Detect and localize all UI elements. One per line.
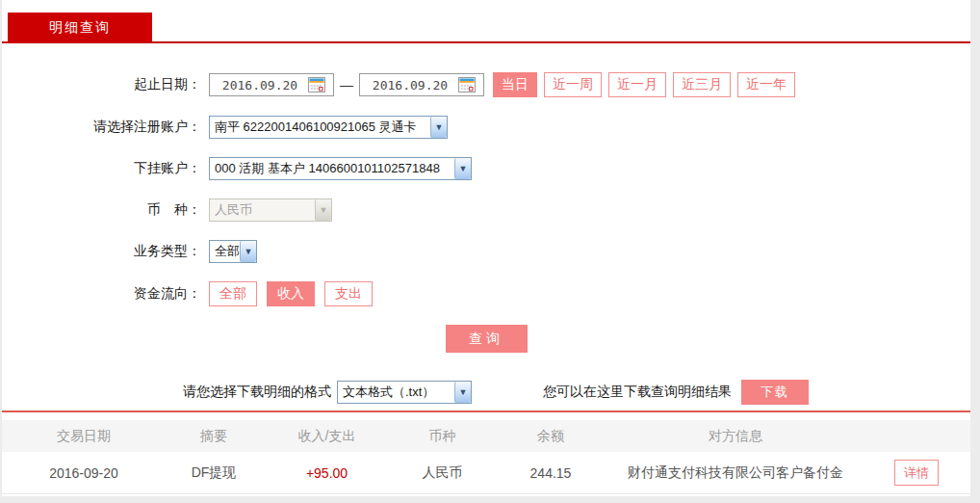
- quick-range-today-button[interactable]: 当日: [493, 72, 537, 97]
- fund-flow-label: 资金流向：: [2, 285, 201, 303]
- table-row: 2016-09-20 DF提现 +95.00 人民币 244.15 财付通支付科…: [2, 452, 970, 494]
- quick-range-month-button[interactable]: 近一月: [608, 72, 666, 97]
- table-top-divider: [2, 410, 970, 412]
- header-counterparty: 对方信息: [608, 428, 863, 445]
- query-button[interactable]: 查询: [446, 325, 528, 353]
- fund-flow-row: 资金流向： 全部 收入 支出: [2, 281, 970, 306]
- cell-action: 详情: [863, 460, 970, 486]
- sub-account-value: 000 活期 基本户 1406600101102571848: [215, 160, 440, 177]
- quick-range-week-button[interactable]: 近一周: [544, 72, 602, 97]
- fund-flow-expense-button[interactable]: 支出: [324, 281, 373, 306]
- query-form: 起止日期： —: [2, 43, 970, 405]
- end-date-input[interactable]: [362, 75, 458, 94]
- download-format-label: 请您选择下载明细的格式: [183, 384, 331, 401]
- business-type-label: 业务类型：: [2, 243, 201, 260]
- cell-counterparty: 财付通支付科技有限公司客户备付金: [608, 464, 863, 482]
- cell-transaction-date: 2016-09-20: [2, 465, 166, 481]
- download-format-value: 文本格式（.txt）: [343, 384, 434, 401]
- detail-button[interactable]: 详情: [894, 460, 939, 486]
- sub-account-label: 下挂账户：: [2, 160, 201, 177]
- tab-detail-query[interactable]: 明细查询: [8, 13, 152, 43]
- cell-balance: 244.15: [493, 465, 608, 481]
- download-row: 请您选择下载明细的格式 文本格式（.txt） ▼ 您可以在这里下载查询明细结果 …: [183, 380, 970, 405]
- date-separator: —: [340, 77, 353, 93]
- fund-flow-income-button[interactable]: 收入: [267, 281, 315, 306]
- main-panel: 明细查询 起止日期：: [2, 0, 970, 496]
- chevron-down-icon: ▼: [315, 199, 331, 221]
- header-transaction-date: 交易日期: [2, 428, 166, 445]
- quick-range-quarter-button[interactable]: 近三月: [673, 72, 731, 97]
- currency-row: 币 种： 人民币 ▼: [2, 199, 970, 222]
- currency-label: 币 种：: [2, 201, 201, 219]
- end-date-field[interactable]: [359, 73, 484, 96]
- header-summary: 摘要: [166, 428, 262, 445]
- chevron-down-icon: ▼: [454, 158, 471, 179]
- cell-currency: 人民币: [392, 464, 493, 482]
- chevron-down-icon: ▼: [240, 241, 256, 262]
- sub-account-row: 下挂账户： 000 活期 基本户 1406600101102571848 ▼: [2, 157, 970, 180]
- tab-bar: 明细查询: [2, 0, 970, 43]
- quick-range-year-button[interactable]: 近一年: [737, 72, 795, 97]
- table-header-row: 交易日期 摘要 收入/支出 币种 余额 对方信息: [2, 420, 970, 452]
- download-button[interactable]: 下载: [741, 380, 809, 405]
- header-balance: 余额: [493, 428, 608, 445]
- calendar-icon[interactable]: [308, 77, 325, 93]
- business-type-select[interactable]: 全部 ▼: [209, 240, 257, 263]
- start-date-field[interactable]: [209, 73, 334, 96]
- register-account-select[interactable]: 南平 6222001406100921065 灵通卡 ▼: [209, 116, 448, 139]
- register-account-label: 请选择注册账户：: [2, 119, 201, 136]
- currency-select: 人民币 ▼: [209, 199, 332, 222]
- download-hint: 您可以在这里下载查询明细结果: [543, 384, 732, 401]
- business-type-value: 全部: [215, 243, 240, 260]
- start-date-input[interactable]: [212, 75, 308, 94]
- sub-account-select[interactable]: 000 活期 基本户 1406600101102571848 ▼: [209, 157, 472, 180]
- header-income-expense: 收入/支出: [262, 428, 392, 445]
- date-range-label: 起止日期：: [2, 76, 201, 93]
- register-account-row: 请选择注册账户： 南平 6222001406100921065 灵通卡 ▼: [2, 116, 970, 139]
- business-type-row: 业务类型： 全部 ▼: [2, 240, 970, 263]
- header-currency: 币种: [392, 428, 493, 445]
- cell-income-expense: +95.00: [262, 465, 392, 481]
- date-range-row: 起止日期： —: [2, 72, 970, 97]
- calendar-icon[interactable]: [458, 77, 476, 93]
- download-format-select[interactable]: 文本格式（.txt） ▼: [337, 381, 472, 404]
- quick-range-buttons: 当日 近一周 近一月 近三月 近一年: [493, 72, 802, 97]
- chevron-down-icon: ▼: [430, 117, 447, 138]
- fund-flow-all-button[interactable]: 全部: [209, 281, 257, 306]
- currency-value: 人民币: [215, 201, 252, 219]
- chevron-down-icon: ▼: [454, 382, 471, 403]
- cell-summary: DF提现: [166, 464, 262, 482]
- register-account-value: 南平 6222001406100921065 灵通卡: [215, 119, 417, 136]
